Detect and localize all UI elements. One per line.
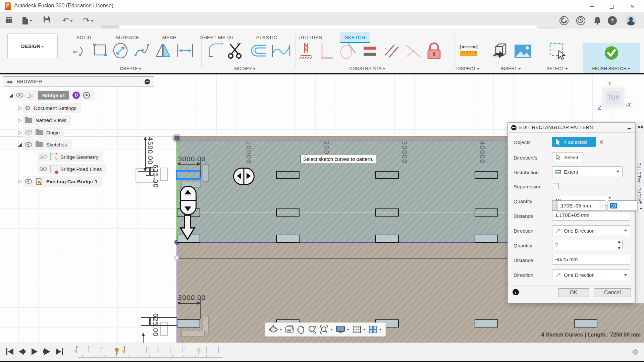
- expanded-triangle-icon[interactable]: ◢: [17, 141, 23, 147]
- visibility-eye-icon[interactable]: [16, 93, 23, 98]
- data-panel-badge[interactable]: D: [72, 92, 80, 99]
- look-at-tool[interactable]: [285, 325, 294, 334]
- floating-distance-input[interactable]: .170E+05 mm: [557, 200, 600, 211]
- timeline-sketch-feature[interactable]: [124, 347, 125, 353]
- recent-clock-icon[interactable]: [576, 16, 585, 25]
- collapsed-triangle-icon[interactable]: ▷: [17, 178, 23, 184]
- quantity2-input[interactable]: 2: [552, 240, 623, 250]
- timeline-base-feature[interactable]: [89, 347, 89, 353]
- browser-row-bridge-geometry[interactable]: ✎ Bridge Geometry: [38, 152, 103, 162]
- constraint-coincident-icon[interactable]: [299, 42, 313, 60]
- constraint-tangent-icon[interactable]: [338, 42, 356, 60]
- notifications-bell-icon[interactable]: [593, 16, 602, 25]
- pattern-rect-filled[interactable]: [276, 235, 300, 243]
- apps-grid-icon[interactable]: [4, 16, 14, 25]
- browser-row-bridge-road-lines[interactable]: Bridge Road Lines: [38, 164, 106, 174]
- expanded-triangle-icon[interactable]: ◢: [8, 92, 14, 98]
- objects-selected-button[interactable]: 4 selected: [552, 137, 596, 147]
- grid-settings-tool[interactable]: [353, 325, 366, 334]
- display-settings-tool[interactable]: [336, 325, 350, 334]
- pattern-rect[interactable]: [475, 208, 498, 217]
- constraint-perpendicular-icon[interactable]: [405, 42, 422, 59]
- file-menu-button[interactable]: [19, 16, 34, 25]
- clear-selection-icon[interactable]: ✕: [599, 139, 604, 146]
- browser-row-document-settings[interactable]: ▷ ⚙ Document Settings: [17, 103, 81, 113]
- pattern-rect[interactable]: [475, 171, 498, 179]
- inspect-measure-icon[interactable]: [459, 43, 478, 59]
- collapse-dialog-icon[interactable]: [511, 125, 517, 130]
- selected-pattern-rect[interactable]: [176, 170, 201, 180]
- collapsed-triangle-icon[interactable]: ▷: [17, 105, 23, 111]
- constraint-fix-lock-icon[interactable]: [425, 41, 443, 61]
- distance2-input[interactable]: -4625 mm: [552, 255, 630, 265]
- collapsed-triangle-icon[interactable]: ▷: [17, 129, 23, 135]
- constraint-parallel-icon[interactable]: [383, 42, 400, 59]
- timeline-suppressed-extrude[interactable]: [218, 347, 219, 353]
- insert-image-icon[interactable]: [514, 44, 532, 59]
- sketch-palette-strip[interactable]: ◀◀ SKETCH PALETTE: [635, 122, 644, 303]
- timeline-suppressed-extrude[interactable]: [182, 347, 183, 353]
- timeline-suppressed-extrude[interactable]: [206, 347, 207, 353]
- dots-handle-icon[interactable]: ⋮: [600, 200, 605, 211]
- modify-trim-scissors-icon[interactable]: [227, 43, 243, 59]
- save-button[interactable]: [43, 16, 53, 25]
- modify-offset-tool-icon[interactable]: [249, 42, 268, 59]
- browser-header[interactable]: ◀◀ BROWSER: [3, 76, 154, 86]
- distance1-input[interactable]: 1.170E+05 mm: [552, 210, 630, 221]
- pattern-rect[interactable]: [375, 171, 399, 179]
- view-cube-face-top[interactable]: TOP: [606, 91, 621, 104]
- fit-view-tool[interactable]: [320, 325, 333, 334]
- pattern-rect-filled[interactable]: [475, 235, 498, 243]
- browser-row-existing-car-bridge[interactable]: ▷ Existing Car Bridge:1: [17, 176, 102, 187]
- pattern-rect-filled[interactable]: [475, 319, 498, 327]
- root-document-label[interactable]: Bridge v1: [38, 91, 69, 100]
- constraint-equal-icon[interactable]: [362, 45, 378, 58]
- close-window-button[interactable]: ✕: [625, 2, 640, 11]
- tab-surface[interactable]: SURFACE: [111, 32, 144, 43]
- create-dimension-tool-icon[interactable]: [175, 42, 195, 59]
- browser-row-root[interactable]: ◢ Bridge v1 D: [8, 90, 95, 101]
- create-spline-tool-icon[interactable]: [133, 42, 151, 59]
- timeline-track[interactable]: [78, 357, 222, 358]
- zoom-tool[interactable]: [308, 325, 317, 334]
- drag-grip-handle[interactable]: [552, 200, 557, 211]
- pattern-rect[interactable]: [375, 208, 399, 217]
- dim-3000-top[interactable]: 3000.00: [178, 155, 206, 163]
- collapsed-triangle-icon[interactable]: ▷: [17, 117, 23, 123]
- finish-sketch-button[interactable]: FINISH SKETCH: [583, 43, 640, 73]
- tab-utilities[interactable]: UTILITIES: [293, 32, 327, 43]
- viewports-tool[interactable]: [369, 325, 382, 334]
- redo-button[interactable]: ↷: [80, 16, 96, 25]
- model-canvas[interactable]: 10000 20000 30000 40000: [0, 74, 644, 343]
- tab-plastic[interactable]: PLASTIC: [250, 32, 283, 43]
- modify-fillet-tool-icon[interactable]: [207, 42, 225, 59]
- dim-625-top[interactable]: 625.00: [152, 164, 160, 188]
- dialog-titlebar[interactable]: EDIT RECTANGULAR PATTERN ▸▸: [508, 123, 635, 133]
- pattern-rect[interactable]: [276, 208, 300, 217]
- group-constraints[interactable]: CONSTRAINTS: [344, 66, 391, 72]
- workspace-menu[interactable]: DESIGN: [7, 34, 58, 58]
- quantity2-spinner[interactable]: [616, 241, 622, 249]
- timeline-go-to-end-button[interactable]: [55, 348, 64, 356]
- timeline-step-back-button[interactable]: [17, 348, 26, 356]
- timeline-sketch-feature[interactable]: [76, 347, 77, 353]
- info-icon[interactable]: i: [513, 289, 519, 295]
- tab-solid[interactable]: SOLID: [69, 32, 99, 43]
- pattern-rect-filled[interactable]: [177, 319, 200, 327]
- dim-3000-bottom[interactable]: 3000.00: [178, 294, 206, 302]
- timeline-go-to-start-button[interactable]: [5, 348, 14, 356]
- timeline-step-forward-button[interactable]: [42, 348, 51, 356]
- group-create[interactable]: CREATE: [111, 66, 151, 72]
- tab-sheetmetal[interactable]: SHEET METAL: [196, 32, 238, 43]
- select-tool-icon[interactable]: [549, 42, 568, 61]
- collapse-circle-icon[interactable]: [145, 79, 150, 84]
- timeline-suppressed-extrude[interactable]: [146, 347, 147, 353]
- timeline-suppressed-base[interactable]: [170, 347, 171, 353]
- group-modify[interactable]: MODIFY: [225, 66, 265, 72]
- create-mirror-tool-icon[interactable]: [155, 42, 172, 59]
- pattern-rect[interactable]: [276, 171, 300, 179]
- constraint-horizontal-vertical-icon[interactable]: [318, 42, 334, 60]
- dim-625-bottom[interactable]: 625.00: [152, 313, 160, 337]
- create-circle-tool-icon[interactable]: [112, 42, 129, 59]
- direction2-dropdown[interactable]: One Direction: [552, 269, 630, 280]
